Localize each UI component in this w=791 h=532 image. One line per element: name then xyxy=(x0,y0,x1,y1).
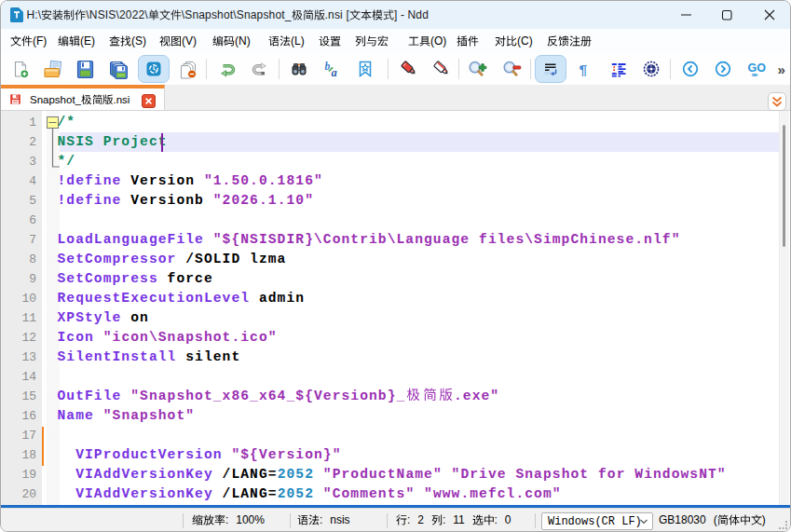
svg-text:»: » xyxy=(777,61,784,77)
svg-text:GO: GO xyxy=(747,61,766,75)
svg-text:b: b xyxy=(325,61,331,72)
svg-text:¶: ¶ xyxy=(579,61,587,77)
